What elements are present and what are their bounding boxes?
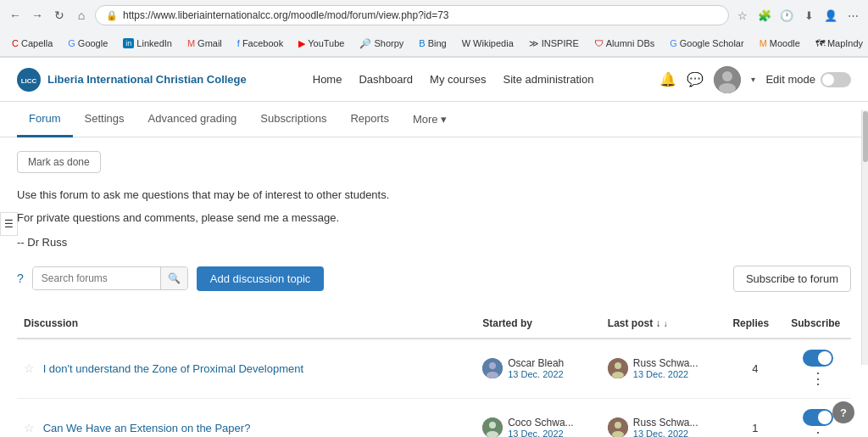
tab-more[interactable]: More ▾ [401, 102, 459, 137]
site-title: Liberia International Christian College [47, 73, 247, 86]
bookmark-facebook[interactable]: f Facebook [232, 36, 288, 50]
refresh-button[interactable]: ↻ [51, 7, 68, 24]
scrollbar[interactable] [861, 110, 868, 365]
mark-as-done-button[interactable]: Mark as done [17, 151, 101, 173]
forum-actions: ? 🔍 Add discussion topic Subscribe to fo… [17, 266, 851, 292]
download-icon[interactable]: ⬇ [800, 7, 817, 24]
content-wrapper: Forum Settings Advanced grading Subscrip… [0, 102, 868, 437]
edit-mode-toggle[interactable] [821, 72, 851, 87]
discussion-cell-1: ☆ I don't understand the Zone of Proxima… [17, 339, 476, 399]
more-options-icon[interactable]: ⋯ [844, 7, 861, 24]
nav-my-courses[interactable]: My courses [430, 73, 486, 86]
last-post-cell-1: Russ Schwa... 13 Dec. 2022 [601, 339, 726, 399]
subscribe-toggle-1[interactable] [803, 350, 833, 367]
forward-button[interactable]: → [29, 7, 46, 24]
scrollbar-thumb [863, 111, 868, 162]
bookmark-alumni-dbs[interactable]: 🛡 Alumni DBs [589, 36, 659, 50]
tab-subscriptions[interactable]: Subscriptions [248, 102, 338, 137]
moodle-header: LICC Liberia International Christian Col… [0, 58, 868, 102]
subscribe-to-forum-button[interactable]: Subscribe to forum [733, 266, 851, 292]
last-post-avatar-1 [608, 358, 628, 378]
subscribe-toggle-2[interactable] [803, 409, 833, 426]
bookmark-linkedin[interactable]: in LinkedIn [118, 36, 177, 50]
started-by-avatar-1 [482, 358, 503, 378]
bookmark-shorpy[interactable]: 🔎 Shorpy [354, 36, 409, 51]
history-icon[interactable]: 🕐 [778, 7, 795, 24]
last-post-info-text-1: Russ Schwa... 13 Dec. 2022 [633, 357, 698, 379]
star-icon-2[interactable]: ☆ [24, 421, 35, 434]
bookmark-icon[interactable]: ☆ [734, 7, 751, 24]
replies-cell-1: 4 [726, 339, 784, 399]
toggle-knob-1 [818, 351, 832, 365]
more-options-2[interactable]: ⋮ [805, 428, 831, 437]
discussion-cell-2: ☆ Can We Have an Extension on the Paper? [17, 398, 476, 437]
col-header-last-post[interactable]: Last post ↓ [601, 309, 726, 339]
bookmark-bing[interactable]: B Bing [414, 36, 451, 50]
col-header-subscribe: Subscribe [784, 309, 851, 339]
svg-text:LICC: LICC [21, 77, 37, 85]
replies-cell-2: 1 [726, 398, 784, 437]
bookmark-mapindy[interactable]: 🗺 MapIndy [810, 36, 868, 50]
tab-settings[interactable]: Settings [73, 102, 136, 137]
star-icon-1[interactable]: ☆ [24, 361, 35, 375]
tab-advanced-grading[interactable]: Advanced grading [136, 102, 249, 137]
bookmark-capella[interactable]: C Capella [7, 36, 58, 50]
svg-point-10 [612, 372, 624, 378]
started-by-avatar-2 [482, 417, 503, 437]
site-logo[interactable]: LICC Liberia International Christian Col… [17, 68, 247, 92]
svg-point-4 [719, 83, 736, 93]
svg-point-3 [722, 71, 732, 81]
svg-point-6 [489, 362, 496, 369]
profile-icon[interactable]: 👤 [822, 7, 839, 24]
edit-mode-container: Edit mode [765, 72, 851, 87]
header-right: 🔔 💬 ▾ Edit mode [659, 66, 851, 93]
user-menu-chevron-icon[interactable]: ▾ [751, 75, 755, 84]
add-discussion-topic-button[interactable]: Add discussion topic [197, 266, 325, 291]
user-avatar[interactable] [714, 66, 741, 93]
bookmark-youtube[interactable]: ▶ YouTube [293, 36, 349, 51]
search-forums-input[interactable] [33, 267, 160, 289]
search-button[interactable]: 🔍 [160, 267, 187, 289]
chat-icon[interactable]: 💬 [687, 71, 704, 87]
main-content: Mark as done Use this forum to ask me qu… [0, 137, 868, 437]
col-header-started-by: Started by [476, 309, 601, 339]
last-post-info-text-2: Russ Schwa... 13 Dec. 2022 [633, 417, 698, 437]
started-by-user-2: Coco Schwa... 13 Dec. 2022 [482, 417, 594, 437]
last-post-avatar-2 [608, 417, 628, 437]
help-button[interactable]: ? [832, 401, 854, 423]
tab-forum[interactable]: Forum [17, 102, 73, 137]
discussion-link-1[interactable]: I don't understand the Zone of Proximal … [43, 362, 303, 375]
browser-toolbar: ← → ↻ ⌂ 🔒 https://www.liberiainternation… [0, 0, 868, 31]
tab-reports[interactable]: Reports [338, 102, 401, 137]
bookmark-moodle[interactable]: M Moodle [754, 36, 805, 50]
discussion-link-2[interactable]: Can We Have an Extension on the Paper? [43, 422, 251, 434]
started-by-name-1: Oscar Bleah [508, 357, 564, 369]
bookmark-wikipedia[interactable]: W Wikipedia [457, 36, 519, 50]
forum-discussions-table: Discussion Started by Last post ↓ Replie… [17, 309, 851, 437]
back-button[interactable]: ← [7, 7, 24, 24]
nav-home[interactable]: Home [313, 73, 342, 86]
nav-site-administration[interactable]: Site administration [504, 73, 594, 86]
sidebar-toggle-button[interactable]: ☰ [0, 212, 18, 236]
url-text: https://www.liberiainternationalcc.org/m… [123, 9, 718, 21]
address-bar[interactable]: 🔒 https://www.liberiainternationalcc.org… [95, 5, 729, 25]
more-options-1[interactable]: ⋮ [805, 368, 831, 389]
last-post-date-2: 13 Dec. 2022 [633, 429, 698, 437]
bookmark-google-scholar[interactable]: G Google Scholar [665, 36, 748, 50]
home-button[interactable]: ⌂ [73, 7, 90, 24]
forum-author-signature: -- Dr Russ [17, 236, 851, 249]
started-by-cell-2: Coco Schwa... 13 Dec. 2022 [476, 398, 601, 437]
subscribe-cell-1: ⋮ [784, 339, 851, 399]
nav-dashboard[interactable]: Dashboard [359, 73, 413, 86]
extensions-icon[interactable]: 🧩 [756, 7, 773, 24]
table-row: ☆ I don't understand the Zone of Proxima… [17, 339, 851, 399]
svg-point-12 [489, 422, 496, 429]
notification-bell-icon[interactable]: 🔔 [659, 71, 676, 87]
bookmark-google[interactable]: G Google [63, 36, 113, 50]
browser-chrome: ← → ↻ ⌂ 🔒 https://www.liberiainternation… [0, 0, 868, 58]
svg-point-9 [615, 362, 621, 369]
table-row: ☆ Can We Have an Extension on the Paper?… [17, 398, 851, 437]
bookmark-inspire[interactable]: ≫ INSPIRE [524, 36, 584, 51]
search-help-icon[interactable]: ? [17, 272, 24, 285]
bookmark-gmail[interactable]: M Gmail [182, 36, 227, 50]
